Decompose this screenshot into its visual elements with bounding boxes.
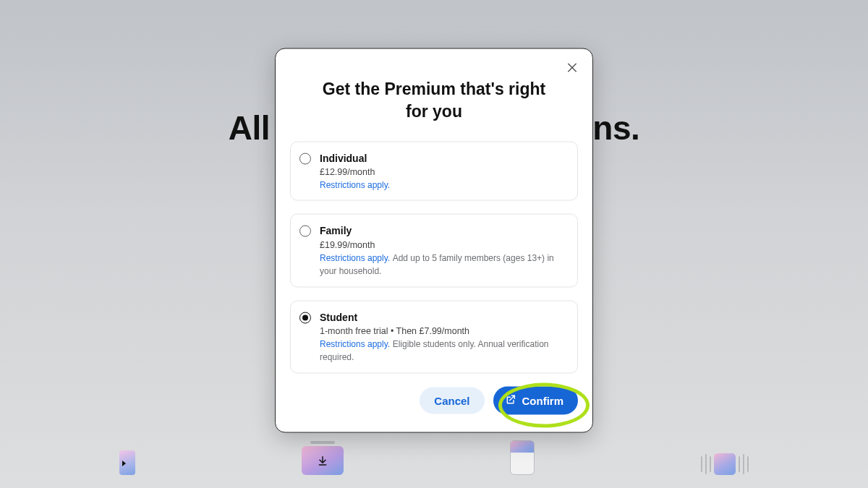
plan-body: Student 1-month free trial • Then £7.99/… [320,309,567,364]
radio-icon [299,226,311,237]
plan-option-individual[interactable]: Individual £12.99/month Restrictions app… [290,141,578,201]
plan-name: Student [320,309,567,324]
modal-title: Get the Premium that's right for you [290,64,578,141]
restrictions-link[interactable]: Restrictions apply. [320,339,390,349]
plan-option-student[interactable]: Student 1-month free trial • Then £7.99/… [290,300,578,373]
thumb-queue-icon [701,453,749,475]
external-link-icon [505,393,516,407]
plan-body: Individual £12.99/month Restrictions app… [320,150,390,192]
radio-icon [299,153,311,164]
confirm-label: Confirm [522,394,564,406]
modal-actions: Cancel Confirm [290,386,578,414]
plan-name: Individual [320,150,390,165]
plan-price: 1-month free trial • Then £7.99/month [320,324,567,337]
plan-name: Family [320,223,567,238]
plan-body: Family £19.99/month Restrictions apply. … [320,223,567,278]
thumb-card-icon [510,440,535,475]
thumb-play-icon [119,450,135,475]
thumb-download-icon [302,441,344,475]
cancel-button[interactable]: Cancel [420,387,484,414]
close-icon[interactable] [563,59,581,76]
plan-option-family[interactable]: Family £19.99/month Restrictions apply. … [290,214,578,287]
plan-price: £12.99/month [320,165,390,178]
plan-price: £19.99/month [320,238,567,251]
restrictions-link[interactable]: Restrictions apply. [320,252,390,262]
confirm-button[interactable]: Confirm [493,386,579,414]
restrictions-link[interactable]: Restrictions apply. [320,180,390,190]
feature-thumbnails [0,440,868,475]
radio-icon-selected [299,312,311,323]
premium-plan-modal: Get the Premium that's right for you Ind… [275,48,593,432]
